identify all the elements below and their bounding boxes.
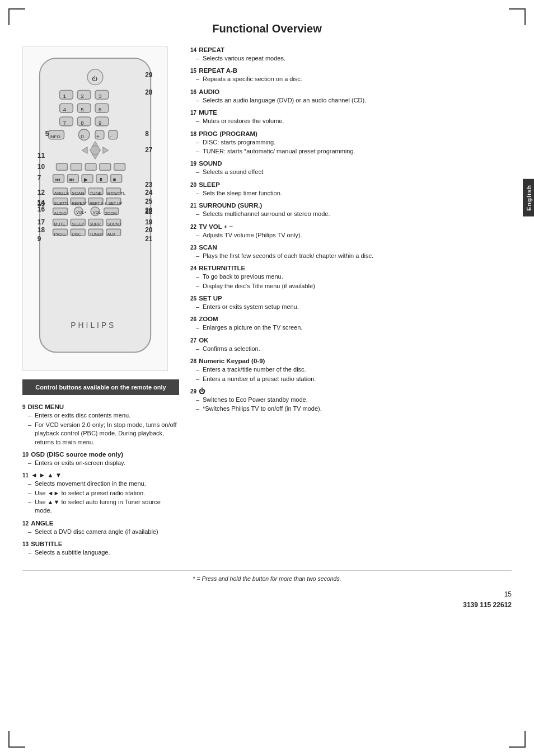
right-sections: 14REPEATSelects various repeat modes.15R… [190, 46, 512, 414]
page-number: 15 [504, 590, 512, 598]
svg-text:7: 7 [38, 174, 41, 182]
svg-text:1: 1 [63, 93, 66, 99]
section-body-17: Mutes or restores the volume. [190, 117, 512, 125]
svg-text:23: 23 [145, 181, 153, 189]
svg-text:11: 11 [38, 152, 45, 159]
svg-rect-11 [60, 104, 73, 112]
svg-rect-21 [95, 117, 109, 126]
svg-text:7: 7 [63, 120, 66, 126]
corner-mark-tr [509, 8, 526, 25]
list-item: Selects an audio language (DVD) or an au… [196, 96, 512, 105]
section-title-19: 19SOUND [190, 160, 512, 167]
list-item: Adjusts TV volume (Philips TV only). [196, 231, 512, 240]
svg-text:24: 24 [145, 189, 153, 196]
section-name-11: ◄ ► ▲ ▼ [31, 472, 62, 478]
svg-rect-19 [77, 117, 91, 126]
svg-text:0: 0 [81, 133, 84, 139]
section-name-23: SCAN [199, 244, 217, 251]
left-column: ⏻ 29 1 2 3 28 4 5 [22, 46, 179, 562]
left-sections: 9DISC MENUEnters or exits disc contents … [22, 403, 179, 557]
section-25: 25SET UPEnters or exits system setup men… [190, 295, 512, 311]
svg-text:SET UP: SET UP [109, 201, 123, 205]
svg-text:28: 28 [145, 88, 153, 96]
list-item: Mutes or restores the volume. [196, 117, 512, 125]
page-title: Functional Overview [22, 22, 512, 35]
section-title-23: 23SCAN [190, 244, 512, 251]
section-title-15: 15REPEAT A-B [190, 67, 512, 74]
section-name-25: SET UP [199, 295, 222, 302]
catalog-number: 3139 115 22612 [22, 601, 512, 609]
section-body-20: Sets the sleep timer function. [190, 189, 512, 198]
svg-text:6: 6 [99, 106, 102, 112]
svg-text:SLEEP: SLEEP [72, 222, 85, 226]
list-item: Selects multichannel surround or stereo … [196, 210, 512, 218]
corner-mark-tl [8, 8, 25, 25]
section-name-14: REPEAT [199, 46, 224, 53]
section-body-23: Plays the first few seconds of each trac… [190, 252, 512, 260]
section-num-24: 24 [190, 265, 196, 271]
list-item: Enters or exits system setup menu. [196, 303, 512, 311]
section-14: 14REPEATSelects various repeat modes. [190, 46, 512, 63]
section-num-21: 21 [190, 203, 196, 209]
section-title-10: 10OSD (DISC source mode only) [22, 451, 179, 458]
list-item: *Switches Philips TV to on/off (in TV mo… [196, 405, 512, 413]
corner-mark-br [509, 731, 526, 748]
notice-box: Control buttons available on the remote … [22, 379, 179, 395]
section-title-25: 25SET UP [190, 295, 512, 302]
section-num-15: 15 [190, 68, 196, 74]
svg-text:VOL+: VOL+ [76, 210, 86, 214]
list-item: DISC: starts programming. [196, 138, 512, 147]
section-title-24: 24RETURN/TITLE [190, 265, 512, 271]
section-title-27: 27OK [190, 337, 512, 344]
section-10: 10OSD (DISC source mode only)Enters or e… [22, 451, 179, 467]
section-21: 21SURROUND (SURR.)Selects multichannel s… [190, 202, 512, 218]
section-title-28: 28Numeric Keypad (0-9) [190, 358, 512, 364]
section-20: 20SLEEPSets the sleep timer function. [190, 181, 512, 198]
section-29: 29⏻Switches to Eco Power standby mode.*S… [190, 388, 512, 414]
section-18: 18PROG (PROGRAM)DISC: starts programming… [190, 130, 512, 156]
svg-text:SCAN: SCAN [72, 191, 84, 196]
section-num-13: 13 [22, 541, 29, 547]
section-body-18: DISC: starts programming.TUNER: starts *… [190, 138, 512, 156]
svg-text:18: 18 [38, 226, 45, 234]
section-11: 11◄ ► ▲ ▼Selects movement direction in t… [22, 472, 179, 515]
svg-text:8: 8 [145, 130, 149, 138]
list-item: Repeats a specific section on a disc. [196, 75, 512, 83]
list-item: Switches to Eco Power standby mode. [196, 396, 512, 404]
section-name-29: ⏻ [199, 388, 205, 395]
svg-text:VOL-: VOL- [93, 210, 102, 214]
section-num-11: 11 [22, 472, 29, 478]
section-title-17: 17MUTE [190, 109, 512, 116]
language-tab: English [523, 179, 534, 217]
section-body-14: Selects various repeat modes. [190, 54, 512, 63]
svg-rect-13 [77, 104, 91, 112]
section-num-10: 10 [22, 452, 29, 458]
section-13: 13SUBTITLESelects a subtitle language. [22, 541, 179, 557]
section-body-28: Enters a track/title number of the disc.… [190, 365, 512, 383]
list-item: Enters a number of a preset radio statio… [196, 375, 512, 383]
svg-text:⏭: ⏭ [69, 177, 74, 182]
svg-text:20: 20 [145, 226, 153, 234]
section-name-16: AUDIO [199, 88, 219, 95]
svg-text:TUNE: TUNE [90, 191, 102, 196]
list-item: Selects movement direction in the menu. [28, 480, 179, 488]
section-title-18: 18PROG (PROGRAM) [190, 130, 512, 137]
list-item: Display the disc's Title menu (if availa… [196, 282, 512, 290]
svg-rect-4 [60, 90, 73, 99]
svg-text:ZOOM: ZOOM [105, 212, 117, 215]
svg-text:2: 2 [81, 93, 84, 99]
section-num-29: 29 [190, 388, 196, 395]
section-body-13: Selects a subtitle language. [22, 548, 179, 557]
list-item: Enters or exits disc contents menu. [28, 411, 179, 420]
section-title-26: 26ZOOM [190, 316, 512, 322]
svg-text:AUDIO: AUDIO [54, 212, 67, 215]
svg-text:8: 8 [81, 120, 84, 126]
svg-text:27: 27 [145, 146, 153, 154]
svg-text:⏻: ⏻ [92, 76, 97, 82]
section-name-10: OSD (DISC source mode only) [31, 451, 123, 458]
section-title-20: 20SLEEP [190, 181, 512, 188]
svg-text:16: 16 [38, 205, 45, 213]
list-item: Enters or exits on-screen display. [28, 459, 179, 467]
section-body-11: Selects movement direction in the menu.U… [22, 480, 179, 515]
section-title-22: 22TV VOL + − [190, 223, 512, 230]
